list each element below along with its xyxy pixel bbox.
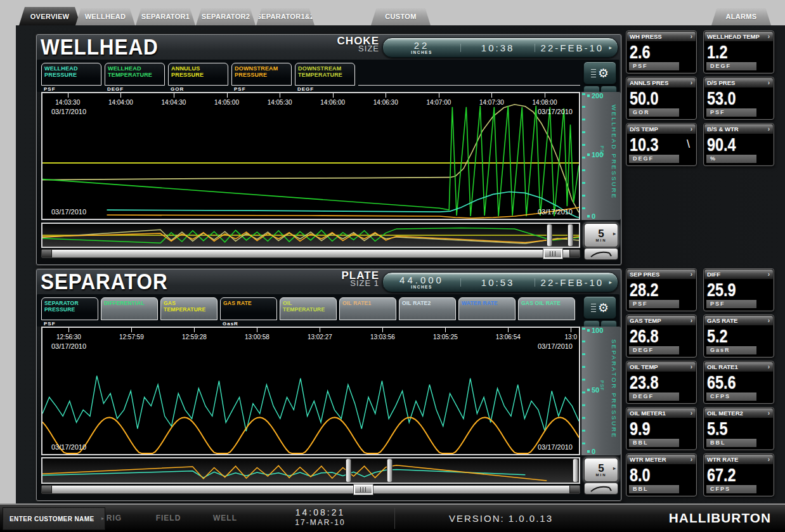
tile-header[interactable]: SEP PRES› <box>627 269 696 280</box>
wellhead-interval-button[interactable]: 5 MIN ▸ <box>584 223 618 247</box>
screen: OVERVIEW WELLHEAD SEPARATOR1 SEPARATOR2 … <box>0 0 785 532</box>
wellhead-scrollbar[interactable] <box>41 249 580 258</box>
tab-custom[interactable]: CUSTOM <box>371 7 431 25</box>
wellhead-chart-svg <box>42 93 579 219</box>
scrollbar-right-cap[interactable] <box>569 250 580 257</box>
tile-header[interactable]: OIL TEMP› <box>627 362 696 372</box>
divider <box>535 44 535 52</box>
dropdown-arrow-icon[interactable]: ▸ <box>609 279 612 285</box>
scrollbar-left-cap[interactable] <box>42 486 52 493</box>
wellhead-overview-svg <box>42 224 579 247</box>
series-tab-oil-rate2[interactable]: OIL RATE2 <box>399 297 456 320</box>
step-arrow-icon: ▸ <box>613 231 616 237</box>
tile-header[interactable]: DIFF› <box>704 269 773 280</box>
tile-header[interactable]: WTR RATE› <box>704 455 773 465</box>
wellhead-panel-title: WELLHEAD <box>41 36 159 58</box>
divider <box>394 508 395 529</box>
choke-value-bar[interactable]: 22INCHES 10:38 22-FEB-10 ▸ <box>382 37 618 58</box>
wellhead-chart[interactable]: 14:03:30 14:04:00 14:04:30 14:05:00 14:0… <box>41 92 580 220</box>
tile-header[interactable]: OIL METER1› <box>627 408 696 418</box>
field-label: FIELD <box>151 514 186 522</box>
tile-ds-temp: D/S TEMP› 10.3 \ DEGF <box>626 124 696 165</box>
range-handle[interactable] <box>547 224 552 247</box>
y-axis-ticks <box>582 93 587 220</box>
status-bar: ENTER CUSTOMER NAME ▸ RIG FIELD WELL 14:… <box>0 503 785 532</box>
choke-size-label: CHOKE SIZE <box>316 36 379 53</box>
tile-header[interactable]: WTR METER› <box>627 455 696 465</box>
series-tab-water-rate[interactable]: WATER RATE <box>458 297 516 320</box>
separator-chart[interactable]: 12:56:30 12:57:59 12:59:28 13:00:58 13:0… <box>41 327 580 455</box>
version-label: VERSION: 1.0.0.13 <box>418 513 583 524</box>
chevron-right-icon: › <box>691 33 692 40</box>
range-handle[interactable] <box>568 224 573 247</box>
series-tab-wellhead-temperature[interactable]: WELLHEADTEMPERATURE <box>105 63 165 86</box>
wellhead-gauge-button[interactable] <box>584 248 618 260</box>
scrollbar-left-cap[interactable] <box>42 250 52 257</box>
tile-header[interactable]: OIL RATE1› <box>704 362 773 372</box>
tab-wellhead[interactable]: WELLHEAD <box>75 7 135 25</box>
scrollbar-right-cap[interactable] <box>569 486 580 493</box>
chevron-right-icon: › <box>691 317 692 324</box>
series-tab-wellhead-pressure[interactable]: WELLHEADPRESSURE <box>41 63 101 86</box>
plate-value-bar[interactable]: 44.000INCHES 10:53 22-FEB-10 ▸ <box>382 272 618 292</box>
tile-header[interactable]: GAS TEMP› <box>627 316 696 326</box>
chevron-right-icon: › <box>691 363 692 370</box>
range-handle[interactable] <box>346 458 351 483</box>
wellhead-overview-strip[interactable] <box>41 223 580 248</box>
separator-panel-title: SEPARATOR <box>41 270 168 293</box>
tile-header[interactable]: ANNLS PRES› <box>627 78 696 88</box>
y-axis-unit: PSF <box>600 380 604 391</box>
grip-icon[interactable] <box>543 249 562 259</box>
tab-alarms[interactable]: ALARMS <box>711 7 771 25</box>
tile-header[interactable]: D/S PRES› <box>704 78 773 88</box>
series-tab-gas-oil-rate[interactable]: GAS OIL RATE <box>518 297 575 320</box>
series-tab-downstream-temperature[interactable]: DOWNSTREAMTEMPERATURE <box>295 63 355 86</box>
tile-header[interactable]: D/S TEMP› <box>627 124 696 134</box>
tab-separator2[interactable]: SEPARATOR2 <box>196 7 256 25</box>
series-tab-differential[interactable]: DIFFERENTIAL <box>101 297 158 320</box>
y-axis-title: SEPARATOR PRESSURE <box>611 339 618 439</box>
tab-overview[interactable]: OVERVIEW <box>19 7 81 25</box>
range-handle[interactable] <box>387 458 392 483</box>
y-axis-ticks <box>582 328 587 455</box>
dropdown-arrow-icon[interactable]: ▸ <box>609 44 612 51</box>
tile-header[interactable]: WH PRESS› <box>627 32 696 42</box>
system-clock: 14:08:21 17-MAR-10 <box>266 507 374 527</box>
chevron-right-icon: › <box>691 271 692 278</box>
separator-gauge-button[interactable] <box>584 483 618 495</box>
tile-ds-pres: D/S PRES› 53.0 PSF <box>704 77 774 119</box>
series-tab-oil-temperature[interactable]: OILTEMPERATURE <box>280 297 337 320</box>
grip-icon[interactable] <box>354 484 373 495</box>
separator-settings-button[interactable]: ⚙ <box>583 296 616 319</box>
wellhead-settings-button[interactable]: ⚙ <box>583 62 616 84</box>
separator-overview-svg <box>42 458 579 483</box>
plate-size-label: PLATE SIZE 1 <box>316 271 379 288</box>
series-tab-gas-temperature[interactable]: GASTEMPERATURE <box>160 297 217 320</box>
tile-header[interactable]: OIL METER2› <box>704 408 773 418</box>
chevron-right-icon: › <box>768 456 770 463</box>
separator-tiles: SEP PRES› 28.2 PSF DIFF› 25.9 PSF GAS TE… <box>626 269 775 496</box>
tile-gas-rate: GAS RATE› 5.2 GasR <box>704 315 774 357</box>
customer-name-input[interactable]: ENTER CUSTOMER NAME <box>3 507 105 530</box>
chevron-right-icon: › <box>768 33 770 40</box>
tab-baseline <box>358 85 580 86</box>
series-tab-separator-pressure[interactable]: SEPARATORPRESSURE <box>41 297 98 320</box>
series-tab-gas-rate[interactable]: GAS RATE <box>220 297 277 320</box>
separator-overview-strip[interactable] <box>41 457 580 484</box>
tile-header[interactable]: B/S & WTR› <box>704 124 773 134</box>
tile-header[interactable]: GAS RATE› <box>704 316 773 326</box>
tile-header[interactable]: WELLHEAD TEMP› <box>704 32 773 42</box>
separator-scrollbar[interactable] <box>41 485 580 494</box>
divider <box>535 278 535 287</box>
tile-wellhead-temp: WELLHEAD TEMP› 1.2 DEGF <box>704 31 774 73</box>
series-tab-annulus-pressure[interactable]: ANNULUSPRESSURE <box>168 63 228 86</box>
range-handle[interactable] <box>573 458 578 483</box>
tile-oil-meter1: OIL METER1› 9.9 BBL <box>626 408 696 450</box>
tab-separator1[interactable]: SEPARATOR1 <box>136 7 195 25</box>
chevron-right-icon: › <box>691 79 692 86</box>
series-tab-oil-rate1[interactable]: OIL RATE1 <box>339 297 396 320</box>
chevron-right-icon: › <box>691 410 692 417</box>
series-tab-downstream-pressure[interactable]: DOWNSTREAMPRESSURE <box>231 63 292 86</box>
separator-interval-button[interactable]: 5 MIN ▸ <box>584 458 618 482</box>
tab-separator1and2[interactable]: SEPARATOR1&2 <box>256 7 315 25</box>
